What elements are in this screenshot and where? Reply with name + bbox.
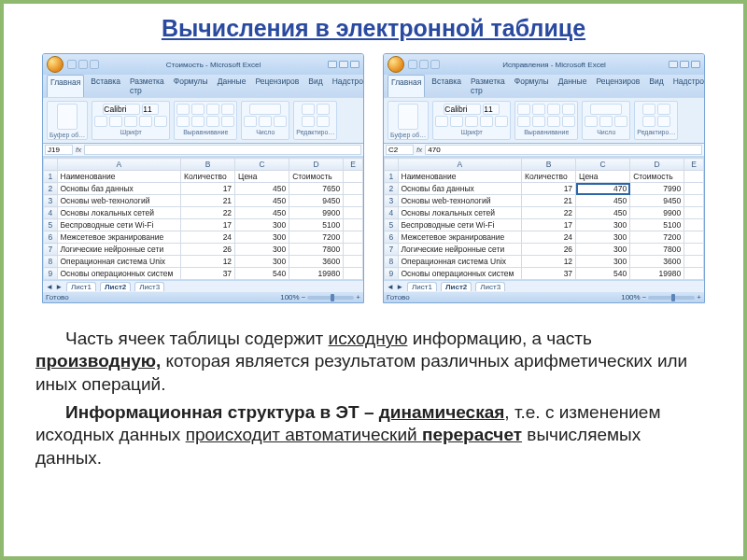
font-name-box: Calibri [103, 104, 140, 115]
name-box: C2 [386, 145, 414, 155]
quick-access-toolbar [408, 60, 440, 69]
ribbon-group-label: Шрифт [120, 129, 142, 135]
ribbon-tab: Вид [646, 75, 666, 97]
ribbon-group-label: Выравнивание [183, 129, 228, 135]
select-all-corner [385, 159, 399, 171]
window-titlebar: Исправления - Microsoft Excel [384, 54, 704, 75]
paragraph-1: Часть ячеек таблицы содержит исходную ин… [35, 328, 712, 396]
ribbon-group-number: Число [241, 101, 289, 140]
paste-icon [398, 104, 418, 130]
status-text: Готово [46, 293, 69, 301]
ribbon-group-label: Редактиро… [637, 129, 675, 135]
ribbon-group-edit: Редактиро… [293, 101, 337, 140]
ribbon-group-font: Calibri11 Шрифт [432, 101, 511, 140]
ribbon-group-font: Calibri11 Шрифт [92, 101, 170, 140]
fx-icon: fx [76, 146, 81, 154]
status-bar: Готово 100%−+ [43, 292, 363, 302]
ribbon-body: Буфер об… Calibri11 Шрифт Выравнивание Ч… [384, 97, 704, 144]
spreadsheet-grid: A B C D E 1НаименованиеКоличествоЦенаСто… [384, 158, 704, 280]
name-box: J19 [45, 145, 73, 155]
ribbon-tab: Вид [305, 75, 325, 97]
ribbon-group-align: Выравнивание [514, 101, 578, 140]
ribbon-tab: Формулы [171, 75, 211, 97]
ribbon-group-label: Число [256, 129, 275, 135]
ribbon-tab: Рецензиров [593, 75, 642, 97]
col-header: E [684, 159, 704, 171]
ribbon-tab: Разметка стр [468, 75, 508, 97]
ribbon-group-number: Число [582, 101, 630, 140]
sheet-tab: Лист2 [441, 282, 472, 291]
ribbon-tabs: Главная Вставка Разметка стр Формулы Дан… [384, 75, 704, 97]
zoom-slider [648, 296, 695, 300]
slide-frame: Вычисления в электронной таблице Стоимос… [0, 0, 747, 560]
status-bar: Готово 100%−+ [384, 292, 704, 302]
ribbon-tab: Главная [47, 75, 84, 97]
sheet-area: A B C D E 1НаименованиеКоличествоЦенаСто… [384, 157, 704, 280]
col-header: A [398, 159, 522, 171]
sheet-area: A B C D E 1НаименованиеКоличествоЦенаСто… [43, 157, 363, 280]
maximize-icon [680, 61, 689, 68]
screenshots-row: Стоимость - Microsoft Excel Главная Вста… [21, 53, 726, 303]
col-header: D [630, 159, 684, 171]
col-header: D [289, 159, 344, 171]
select-all-corner [44, 159, 58, 171]
window-controls [328, 61, 359, 68]
excel-screenshot-left: Стоимость - Microsoft Excel Главная Вста… [42, 53, 364, 303]
ribbon-tab: Разметка стр [127, 75, 167, 97]
slide-title: Вычисления в электронной таблице [21, 15, 726, 42]
zoom-control: 100%−+ [621, 293, 701, 301]
window-controls [669, 61, 700, 68]
office-orb-icon [388, 56, 404, 73]
sheet-tabs-bar: ◄ ► Лист1 Лист2 Лист3 [384, 280, 704, 292]
window-titlebar: Стоимость - Microsoft Excel [43, 54, 363, 75]
sheet-tab: Лист1 [407, 282, 437, 291]
ribbon-group-label: Выравнивание [524, 129, 569, 135]
close-icon [691, 61, 700, 68]
paragraph-2: Информационная структура в ЭТ – динамиче… [35, 401, 712, 469]
ribbon-tabs: Главная Вставка Разметка стр Формулы Дан… [43, 75, 363, 97]
col-header: C [235, 159, 289, 171]
ribbon-tab: Надстройки [330, 75, 364, 97]
quick-access-toolbar [67, 60, 99, 69]
zoom-slider [307, 296, 354, 300]
ribbon-tab: Надстройки [670, 75, 705, 97]
zoom-control: 100%−+ [280, 293, 360, 301]
window-title: Стоимость - Microsoft Excel [99, 61, 328, 69]
ribbon-tab: Рецензиров [252, 75, 302, 97]
ribbon-group-label: Число [597, 129, 615, 135]
paste-icon [57, 104, 78, 130]
sheet-tab: Лист2 [100, 282, 131, 291]
ribbon-group-edit: Редактиро… [634, 101, 678, 140]
spreadsheet-grid: A B C D E 1НаименованиеКоличествоЦенаСто… [43, 158, 363, 280]
col-header-row: A B C D E [44, 159, 363, 171]
window-title: Исправления - Microsoft Excel [440, 61, 669, 69]
ribbon-tab: Главная [388, 75, 425, 97]
ribbon-group-align: Выравнивание [174, 101, 237, 140]
formula-bar: J19 fx [43, 144, 363, 157]
ribbon-tab: Формулы [512, 75, 552, 97]
font-name-box: Calibri [444, 104, 481, 115]
sheet-tab: Лист3 [475, 282, 505, 291]
maximize-icon [339, 61, 348, 68]
minimize-icon [328, 61, 337, 68]
status-text: Готово [387, 293, 410, 301]
sheet-tab: Лист3 [134, 282, 164, 291]
close-icon [350, 61, 359, 68]
col-header: B [181, 159, 235, 171]
ribbon-tab: Данные [556, 75, 590, 97]
formula-input: 470 [425, 145, 702, 155]
sheet-tabs-bar: ◄ ► Лист1 Лист2 Лист3 [43, 280, 363, 292]
zoom-value: 100% [280, 293, 299, 301]
excel-screenshot-right: Исправления - Microsoft Excel Главная Вс… [383, 53, 705, 303]
col-header: C [576, 159, 630, 171]
ribbon-body: Буфер об… Calibri11 Шрифт Выравнивание Ч… [43, 97, 363, 144]
ribbon-tab: Данные [215, 75, 249, 97]
ribbon-tab: Вставка [429, 75, 464, 97]
ribbon-group-label: Редактиро… [296, 129, 334, 135]
ribbon-group-label: Буфер об… [49, 132, 85, 138]
minimize-icon [669, 61, 678, 68]
ribbon-group-label: Буфер об… [390, 132, 426, 138]
zoom-value: 100% [621, 293, 640, 301]
font-size-box: 11 [483, 104, 500, 115]
col-header: E [344, 159, 363, 171]
